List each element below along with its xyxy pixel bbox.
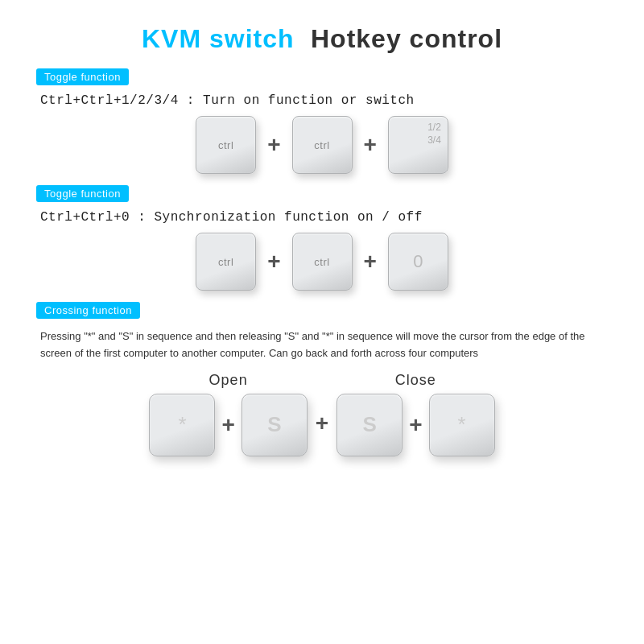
badge-toggle-2: Toggle function — [36, 185, 129, 202]
badge-toggle-1: Toggle function — [36, 68, 129, 85]
page: KVM switch Hotkey control Toggle functio… — [0, 0, 644, 644]
keys-row-2: ctrl + ctrl + 0 — [32, 233, 612, 291]
plus-between-groups: + — [316, 411, 328, 436]
crossing-desc: Pressing "*" and "S" in sequence and the… — [40, 328, 588, 362]
main-title: KVM switch Hotkey control — [32, 24, 612, 54]
badge-crossing: Crossing function — [36, 302, 140, 319]
hotkey-title: Hotkey control — [311, 24, 502, 53]
open-keys: * + S — [149, 394, 307, 456]
key-zero: 0 — [388, 233, 448, 291]
key-star-close: * — [429, 394, 495, 456]
close-group: Close S + * — [336, 372, 494, 456]
key-s-open: S — [242, 394, 308, 456]
crossing-keys-row: Open * + S + Close S + * — [32, 372, 612, 456]
open-label: Open — [209, 372, 248, 389]
key-ctrl-2: ctrl — [292, 116, 353, 174]
open-group: Open * + S — [149, 372, 307, 456]
close-label: Close — [395, 372, 436, 389]
num-lines: 1/2 3/4 — [427, 122, 441, 147]
plus-4: + — [364, 249, 377, 275]
section-toggle-2: Toggle function Ctrl+Ctrl+0 : Synchroniz… — [32, 185, 612, 291]
key-ctrl-1: ctrl — [196, 116, 256, 174]
kvm-title: KVM switch — [142, 24, 295, 53]
close-keys: S + * — [336, 394, 494, 456]
hotkey-desc-2: Ctrl+Ctrl+0 : Synchronization function o… — [40, 210, 612, 225]
key-num-1234: 1/2 3/4 — [388, 116, 448, 174]
plus-2: + — [364, 132, 377, 158]
plus-5: + — [221, 412, 234, 438]
key-ctrl-3: ctrl — [196, 233, 256, 291]
keys-row-1: ctrl + ctrl + 1/2 3/4 — [32, 116, 612, 174]
key-s-close: S — [336, 394, 402, 456]
section-crossing: Crossing function Pressing "*" and "S" i… — [32, 302, 612, 456]
plus-6: + — [409, 412, 422, 438]
key-ctrl-4: ctrl — [292, 233, 353, 291]
plus-3: + — [267, 249, 280, 275]
hotkey-desc-1: Ctrl+Ctrl+1/2/3/4 : Turn on function or … — [40, 93, 612, 108]
key-star-open: * — [149, 394, 215, 456]
section-toggle-1: Toggle function Ctrl+Ctrl+1/2/3/4 : Turn… — [32, 68, 612, 174]
plus-1: + — [267, 132, 280, 158]
